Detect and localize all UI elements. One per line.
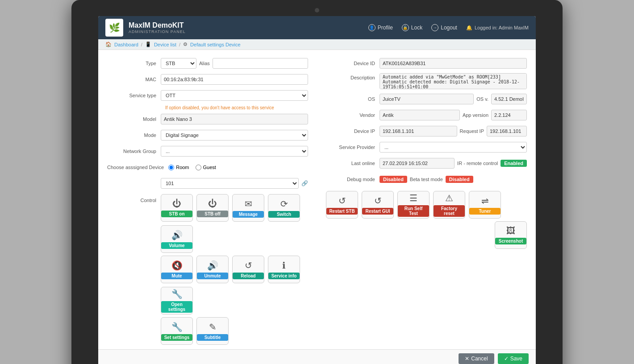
subtitle-button[interactable]: ✎ Subtitle (196, 317, 229, 345)
last-online-row: Last online IR - remote control Enabled (326, 157, 527, 170)
settings-icon: ⚙ (183, 41, 188, 47)
radio-guest-label[interactable]: Guest (196, 165, 216, 170)
os-label: OS (326, 96, 380, 102)
model-input (161, 114, 308, 124)
radio-room[interactable] (168, 165, 174, 170)
lock-icon: 🔒 (402, 24, 409, 31)
cancel-button[interactable]: ✕ Cancel (459, 353, 494, 364)
control-section: Control ⏻ STB on ⏻ STB off (107, 194, 308, 345)
radio-room-label[interactable]: Room (168, 165, 189, 170)
network-group-select[interactable]: ... (161, 146, 308, 157)
os-v-label: OS v. (476, 96, 488, 102)
right-btn-row-2: 🖼 Screenshot (326, 221, 527, 249)
message-button[interactable]: ✉ Message (232, 194, 264, 222)
screenshot-button[interactable]: 🖼 Screenshot (495, 221, 527, 249)
stb-off-button[interactable]: ⏻ STB off (196, 194, 229, 222)
header-left: 🌿 MaxIM DemoKIT ADMINISTRATION PANEL (105, 19, 186, 37)
restart-stb-button[interactable]: ↺ Restart STB (326, 191, 358, 219)
device-id-row: Device ID (326, 57, 527, 70)
device-ip-input (380, 126, 457, 136)
logout-icon: → (431, 24, 438, 31)
volume-button[interactable]: 🔊 Volume (161, 225, 193, 253)
last-online-input (380, 158, 455, 169)
run-self-test-button[interactable]: ☰ Run Self Test (397, 191, 430, 219)
stb-on-button[interactable]: ⏻ STB on (161, 194, 193, 222)
debug-mode-row: Debug mode Disabled Beta test mode Disab… (326, 173, 527, 186)
alias-input[interactable] (213, 58, 308, 69)
service-type-select[interactable]: OTT (161, 90, 308, 101)
app-title-block: MaxIM DemoKIT ADMINISTRATION PANEL (129, 21, 186, 34)
vendor-label: Vendor (326, 112, 380, 118)
network-group-row: Network Group ... (107, 145, 308, 157)
restart-gui-icon: ↺ (374, 195, 382, 206)
mode-row: Mode Digital Signage (107, 129, 308, 141)
restart-gui-button[interactable]: ↺ Restart GUI (362, 191, 394, 219)
app-version-input (491, 110, 527, 120)
radio-guest[interactable] (196, 165, 201, 170)
logout-button[interactable]: → Logout (431, 24, 457, 31)
unmute-icon: 🔊 (207, 260, 218, 271)
save-button[interactable]: ✓ Save (498, 353, 529, 364)
network-group-label: Network Group (107, 149, 161, 154)
lock-button[interactable]: 🔒 Lock (402, 24, 422, 31)
mute-button[interactable]: 🔇 Mute (161, 256, 193, 283)
vendor-row: Vendor App version (326, 109, 527, 121)
main-content: Type STB Alias MAC (98, 50, 536, 349)
switch-icon: ⟳ (280, 199, 288, 209)
vendor-input (380, 110, 460, 120)
header-right: 👤 Profile 🔒 Lock → Logout 🔔 Logged in: A… (368, 24, 529, 31)
switch-button[interactable]: ⟳ Switch (268, 194, 300, 222)
type-select[interactable]: STB (161, 58, 196, 69)
service-provider-label: Service Provider (326, 145, 380, 150)
message-icon: ✉ (245, 199, 252, 209)
debug-pair: Disabled Beta test mode Disabled (380, 176, 527, 183)
beta-test-label: Beta test mode (410, 177, 443, 182)
set-settings-button[interactable]: 🔧 Set settings (161, 317, 193, 345)
profile-label: Profile (378, 25, 393, 31)
service-provider-select[interactable]: ... (380, 142, 527, 153)
restart-gui-label: Restart GUI (362, 208, 393, 215)
btn-row-1: ⏻ STB on ⏻ STB off ✉ Mes (161, 194, 308, 253)
screenshot-label: Screenshot (495, 238, 526, 244)
breadcrumb: 🏠 Dashboard / 📱 Device list / ⚙ Default … (98, 39, 536, 50)
mode-label: Mode (107, 132, 161, 138)
action-bar: ✕ Cancel ✓ Save (98, 349, 536, 364)
mac-row: MAC (107, 73, 308, 86)
room-select[interactable]: 101 (161, 178, 299, 189)
description-row: Description Automatic added via "MwGetMo… (326, 73, 527, 89)
unmute-button[interactable]: 🔊 Unmute (196, 256, 229, 283)
app-version-label: App version (463, 112, 488, 118)
type-alias-pair: STB Alias (161, 58, 308, 69)
assigned-device-row: Choose asssigned Device Room Guest (107, 161, 308, 174)
room-select-row: 101 🔗 (107, 177, 308, 190)
unmute-label: Unmute (197, 273, 228, 279)
factory-reset-button[interactable]: ⚠ Factory reset (433, 191, 465, 219)
logged-in-info: 🔔 Logged in: Admin MaxIM (466, 25, 529, 31)
mute-icon: 🔇 (171, 260, 183, 271)
ir-remote-label: IR - remote control (457, 161, 498, 166)
last-online-pair: IR - remote control Enabled (380, 158, 527, 169)
service-type-label: Service type (107, 93, 161, 98)
breadcrumb-device-list[interactable]: Device list (154, 42, 176, 47)
reload-button[interactable]: ↺ Reload (232, 256, 264, 283)
service-info-button[interactable]: ℹ Service info (268, 256, 300, 283)
debug-mode-status: Disabled (380, 176, 407, 183)
tuner-icon: ⇌ (481, 195, 489, 206)
tuner-button[interactable]: ⇌ Tuner (469, 191, 501, 219)
form-grid: Type STB Alias MAC (107, 57, 527, 345)
mode-select[interactable]: Digital Signage (161, 130, 308, 141)
request-ip-input (487, 126, 527, 136)
link-icon[interactable]: 🔗 (301, 180, 308, 186)
app-subtitle: ADMINISTRATION PANEL (129, 29, 186, 34)
home-icon: 🏠 (105, 41, 112, 47)
mac-input[interactable] (161, 74, 308, 85)
save-label: Save (510, 356, 522, 362)
run-self-test-label: Run Self Test (398, 205, 429, 217)
service-provider-row: Service Provider ... (326, 141, 527, 153)
profile-button[interactable]: 👤 Profile (368, 24, 393, 31)
breadcrumb-default-settings[interactable]: Default settings Device (190, 42, 241, 47)
reload-icon: ↺ (245, 260, 252, 271)
open-settings-button[interactable]: 🔧 Open settings (161, 287, 193, 314)
stb-on-label: STB on (161, 211, 192, 217)
breadcrumb-dashboard[interactable]: Dashboard (114, 42, 138, 47)
